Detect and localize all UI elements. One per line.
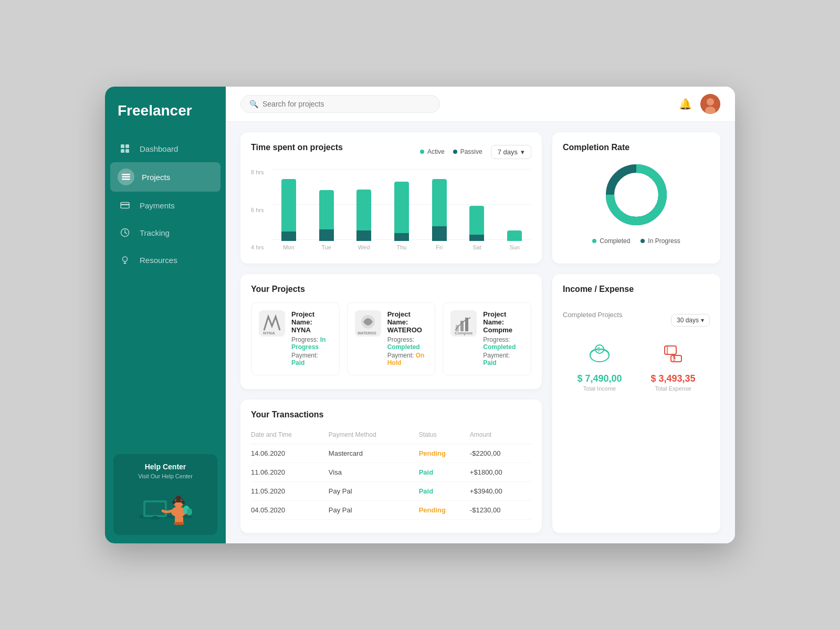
svg-line-11 (125, 233, 127, 234)
donut-legend: Completed In Progress (592, 237, 680, 245)
project-logo-nyna: NYNA (259, 310, 285, 337)
table-row: 11.05.2020 Pay Pal Paid +$3940,00 (251, 481, 531, 500)
sidebar-label-resources: Resources (140, 256, 177, 265)
income-expense-card: Income / Expense Completed Projects 30 d… (552, 274, 720, 533)
table-row: 04.05.2020 Pay Pal Pending -$1230,00 (251, 500, 531, 519)
sidebar-item-payments[interactable]: Payments (105, 192, 226, 219)
svg-point-38 (616, 175, 656, 215)
svg-rect-5 (122, 176, 130, 178)
col-date: Date and Time (251, 428, 329, 444)
svg-text:NYNA: NYNA (263, 331, 275, 335)
svg-point-12 (123, 257, 128, 261)
col-method: Payment Method (329, 428, 419, 444)
col-amount: Amount (470, 428, 531, 444)
col-status: Status (419, 428, 470, 444)
svg-text:$: $ (673, 356, 676, 362)
svg-rect-3 (125, 149, 129, 153)
project-logo-wateroo: WATEROO (355, 310, 381, 337)
sidebar: Freelancer Dashboard (105, 87, 226, 543)
bar-thu: Thu (385, 182, 418, 250)
active-dot (420, 150, 424, 154)
legend-completed: Completed (592, 237, 630, 245)
main-content: 🔍 🔔 Time spent on pr (226, 87, 735, 543)
chevron-down-icon: ▾ (701, 317, 704, 324)
help-center-subtitle[interactable]: Visit Our Help Center (122, 473, 209, 479)
svg-rect-52 (665, 346, 676, 354)
expense-icon: $ (650, 340, 695, 369)
y-axis: 8 hrs 6 hrs 4 hrs (251, 169, 268, 250)
bar-sat: Sat (460, 206, 494, 250)
sidebar-item-tracking[interactable]: Tracking (105, 219, 226, 246)
chart-header: Time spent on projects Active Passive (251, 143, 531, 161)
project-item-wateroo: WATEROO Project Name: WATEROO Progress: … (347, 302, 436, 375)
projects-icon (118, 169, 134, 185)
sidebar-item-resources[interactable]: Resources (105, 246, 226, 274)
bar-tue: Tue (310, 190, 343, 250)
total-income-label: Total Income (577, 385, 622, 392)
chart-bars: Mon Tue (272, 169, 531, 250)
bar-sun: Sun (498, 230, 531, 250)
bar-wed: Wed (347, 190, 381, 250)
avatar[interactable] (700, 94, 720, 114)
bar-mon: Mon (272, 179, 306, 250)
resources-icon (118, 253, 132, 267)
projects-card: Your Projects NYNA Project Name: NY (240, 274, 542, 388)
help-center-card: Help Center Visit Our Help Center (113, 454, 217, 535)
donut-chart (602, 161, 670, 229)
time-filter-button[interactable]: 7 days ▾ (491, 145, 531, 159)
svg-text:$: $ (597, 346, 601, 352)
header: 🔍 🔔 (226, 87, 735, 122)
tracking-icon (118, 225, 132, 240)
svg-rect-6 (122, 178, 130, 180)
income-header: Income / Expense (563, 285, 710, 302)
project-logo-compme: Compme (450, 310, 477, 337)
search-input[interactable] (262, 100, 431, 108)
help-illustration (122, 485, 209, 527)
sidebar-label-tracking: Tracking (140, 228, 170, 237)
in-progress-dot (640, 239, 645, 243)
search-bar[interactable]: 🔍 (240, 95, 440, 113)
projects-title: Your Projects (251, 285, 531, 294)
svg-point-33 (707, 98, 714, 106)
table-row: 11.06.2020 Visa Paid +$1800,00 (251, 463, 531, 481)
svg-point-24 (182, 501, 185, 504)
income-items: $ $ 7,490,00 Total Income (563, 340, 710, 392)
svg-point-23 (172, 501, 175, 504)
dashboard-icon (118, 141, 132, 156)
total-expense-label: Total Expense (650, 385, 695, 392)
svg-rect-2 (121, 149, 124, 153)
svg-rect-4 (122, 174, 130, 175)
project-item-nyna: NYNA Project Name: NYNA Progress: In Pro… (251, 302, 340, 375)
income-filter-button[interactable]: 30 days ▾ (671, 314, 710, 327)
completed-dot (592, 239, 596, 243)
table-row: 14.06.2020 Mastercard Pending -$2200,00 (251, 444, 531, 463)
svg-rect-19 (151, 518, 160, 519)
completion-rate-card: Completion Rate (552, 132, 720, 264)
notification-icon[interactable]: 🔔 (679, 98, 692, 110)
sidebar-label-projects: Projects (142, 173, 170, 182)
projects-grid: NYNA Project Name: NYNA Progress: In Pro… (251, 302, 531, 375)
app-wrapper: Freelancer Dashboard (105, 87, 735, 543)
completion-title: Completion Rate (563, 143, 710, 152)
sidebar-label-payments: Payments (140, 201, 175, 210)
svg-text:WATEROO: WATEROO (358, 331, 376, 335)
svg-point-31 (178, 522, 184, 525)
sidebar-label-dashboard: Dashboard (140, 144, 178, 153)
sidebar-item-dashboard[interactable]: Dashboard (105, 135, 226, 162)
income-title: Income / Expense (563, 285, 634, 294)
sidebar-nav: Dashboard Projects (105, 130, 226, 446)
search-icon: 🔍 (249, 100, 258, 108)
header-icons: 🔔 (679, 94, 720, 114)
income-icon: $ (577, 340, 622, 369)
project-info-compme: Project Name: Compme Progress: Completed… (483, 310, 523, 368)
svg-point-27 (187, 508, 192, 516)
dashboard: Time spent on projects Active Passive (226, 122, 735, 543)
income-item-total: $ $ 7,490,00 Total Income (577, 340, 622, 392)
bar-chart-area: 8 hrs 6 hrs 4 hrs (251, 169, 531, 250)
svg-rect-1 (125, 144, 129, 148)
passive-dot (453, 150, 457, 154)
legend-passive: Passive (453, 148, 482, 155)
legend-active: Active (420, 148, 445, 155)
chart-legend: Active Passive (420, 148, 482, 155)
sidebar-item-projects[interactable]: Projects (110, 162, 220, 192)
